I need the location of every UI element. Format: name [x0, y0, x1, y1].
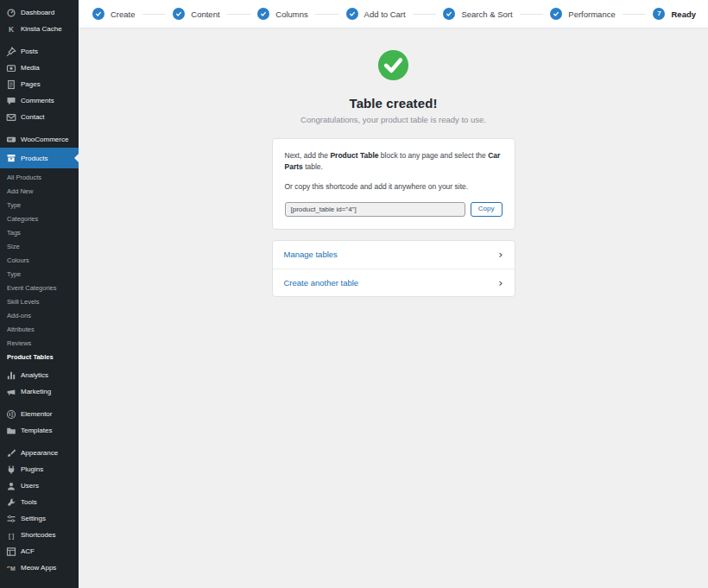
- contact-icon: [5, 111, 16, 123]
- step-label: Create: [111, 9, 136, 19]
- step-connector: [227, 14, 251, 15]
- sidebar-subitem-colours[interactable]: Colours: [0, 253, 79, 267]
- sidebar-subitem-reviews[interactable]: Reviews: [0, 336, 79, 350]
- step-add-to-cart[interactable]: Add to Cart: [346, 8, 406, 20]
- step-label: Ready: [671, 9, 696, 19]
- step-number-circle: 7: [653, 8, 665, 20]
- sidebar-item-meow-apps[interactable]: MMeow Apps: [0, 560, 79, 576]
- sidebar-subitem-tags[interactable]: Tags: [0, 225, 79, 239]
- sidebar-item-contact[interactable]: Contact: [0, 109, 79, 125]
- sidebar-item-dashboard[interactable]: Dashboard: [0, 4, 79, 21]
- sidebar-item-elementor[interactable]: Elementor: [0, 406, 79, 422]
- sidebar-item-products[interactable]: Products: [0, 148, 79, 168]
- sidebar-item-label: Appearance: [21, 449, 58, 457]
- plugins-icon: [5, 464, 16, 475]
- sidebar-subitem-event-categories[interactable]: Event Categories: [0, 281, 79, 294]
- sidebar-item-label: WooCommerce: [21, 136, 68, 143]
- step-connector: [413, 14, 437, 15]
- sidebar-item-users[interactable]: Users: [0, 477, 79, 494]
- sidebar-item-media[interactable]: Media: [0, 60, 79, 76]
- step-label: Content: [191, 9, 219, 19]
- sidebar-item-tools[interactable]: Tools: [0, 494, 79, 510]
- sidebar-item-acf[interactable]: ACF: [0, 543, 79, 560]
- sidebar-subitem-add-ons[interactable]: Add-ons: [0, 308, 79, 322]
- sidebar-item-label: Dashboard: [21, 9, 54, 16]
- sidebar-item-analytics[interactable]: Analytics: [0, 367, 79, 383]
- manage-tables-link[interactable]: Manage tables›: [273, 241, 515, 269]
- analytics-icon: [5, 370, 16, 381]
- sidebar-subitem-add-new[interactable]: Add New: [0, 184, 79, 198]
- shortcode-input[interactable]: [285, 202, 465, 217]
- create-another-table-link[interactable]: Create another table›: [273, 269, 515, 296]
- posts-icon: [5, 46, 16, 57]
- sidebar-subitem-label: Categories: [7, 215, 38, 223]
- current-item-arrow: [70, 154, 79, 162]
- sidebar-item-plugins[interactable]: Plugins: [0, 461, 79, 477]
- sidebar-item-label: Plugins: [21, 465, 43, 473]
- sidebar-item-woocommerce[interactable]: WooCommerce: [0, 131, 79, 148]
- step-connector: [315, 14, 339, 15]
- comments-icon: [5, 95, 16, 106]
- sidebar-item-label: Posts: [21, 47, 38, 55]
- sidebar-item-pages[interactable]: Pages: [0, 76, 79, 92]
- sidebar-subitem-type-2[interactable]: Type: [0, 267, 79, 281]
- sidebar-item-label: Media: [21, 64, 40, 72]
- sidebar-subitem-label: Type: [7, 201, 21, 209]
- chevron-right-icon: ›: [498, 249, 503, 260]
- sidebar-subitem-label: All Products: [7, 174, 41, 181]
- sidebar-item-label: Contact: [21, 113, 45, 121]
- sidebar-subitem-label: Size: [7, 243, 20, 250]
- sidebar-item-marketing[interactable]: Marketing: [0, 383, 79, 400]
- step-ready[interactable]: 7Ready: [653, 8, 696, 20]
- sidebar-subitem-size[interactable]: Size: [0, 239, 79, 253]
- copy-button[interactable]: Copy: [471, 202, 503, 217]
- step-check-icon: [443, 8, 455, 20]
- kinsta-icon: K: [5, 23, 16, 35]
- chevron-right-icon: ›: [498, 277, 503, 288]
- link-label: Manage tables: [284, 250, 338, 259]
- sidebar-subitem-label: Add New: [7, 187, 33, 195]
- step-search-sort[interactable]: Search & Sort: [443, 8, 512, 20]
- users-icon: [5, 480, 16, 491]
- step-columns[interactable]: Columns: [257, 8, 308, 20]
- sidebar-subitem-type-1[interactable]: Type: [0, 198, 79, 212]
- success-check-icon: [377, 49, 409, 81]
- sidebar-item-templates[interactable]: Templates: [0, 422, 79, 439]
- sidebar-separator: [0, 400, 79, 406]
- sidebar-item-shortcodes[interactable]: [ ]Shortcodes: [0, 527, 79, 543]
- sidebar-item-settings[interactable]: Settings: [0, 510, 79, 527]
- sidebar-subitem-product-tables[interactable]: Product Tables: [0, 350, 79, 364]
- step-create[interactable]: Create: [92, 8, 136, 20]
- sidebar-subitem-categories[interactable]: Categories: [0, 212, 79, 225]
- step-check-icon: [550, 8, 562, 20]
- actions-card: Manage tables›Create another table›: [272, 240, 515, 297]
- page-subtitle: Congratulations, your product table is r…: [300, 115, 486, 124]
- shortcodes-icon: [ ]: [5, 529, 16, 541]
- sidebar-item-kinsta-cache[interactable]: KKinsta Cache: [0, 21, 79, 37]
- sidebar-subitem-attributes[interactable]: Attributes: [0, 322, 79, 336]
- sidebar-separator: [0, 439, 79, 445]
- sidebar-item-posts[interactable]: Posts: [0, 43, 79, 60]
- sidebar-subitem-skill-levels[interactable]: Skill Levels: [0, 294, 79, 308]
- step-performance[interactable]: Performance: [550, 8, 615, 20]
- appearance-icon: [5, 447, 16, 458]
- sidebar-item-label: Meow Apps: [21, 564, 56, 572]
- step-label: Add to Cart: [364, 9, 406, 19]
- app-root: DashboardKKinsta CachePostsMediaPagesCom…: [0, 0, 708, 588]
- instruction-segment: Next, add the: [285, 151, 331, 160]
- step-label: Columns: [275, 9, 308, 19]
- sidebar-item-label: Shortcodes: [21, 531, 55, 539]
- step-content[interactable]: Content: [173, 8, 219, 20]
- sidebar-item-appearance[interactable]: Appearance: [0, 445, 79, 461]
- marketing-icon: [5, 386, 16, 397]
- sidebar-subitem-label: Product Tables: [7, 353, 54, 361]
- shortcode-row: Copy: [285, 202, 503, 217]
- sidebar-subitem-all-products[interactable]: All Products: [0, 170, 79, 184]
- sidebar-item-comments[interactable]: Comments: [0, 92, 79, 109]
- sidebar-subitem-label: Reviews: [7, 339, 31, 347]
- step-label: Performance: [568, 9, 615, 19]
- wizard-stepper: CreateContentColumnsAdd to CartSearch & …: [79, 0, 708, 28]
- step-label: Search & Sort: [461, 9, 512, 19]
- woocommerce-icon: [5, 134, 16, 145]
- svg-text:K: K: [8, 25, 13, 34]
